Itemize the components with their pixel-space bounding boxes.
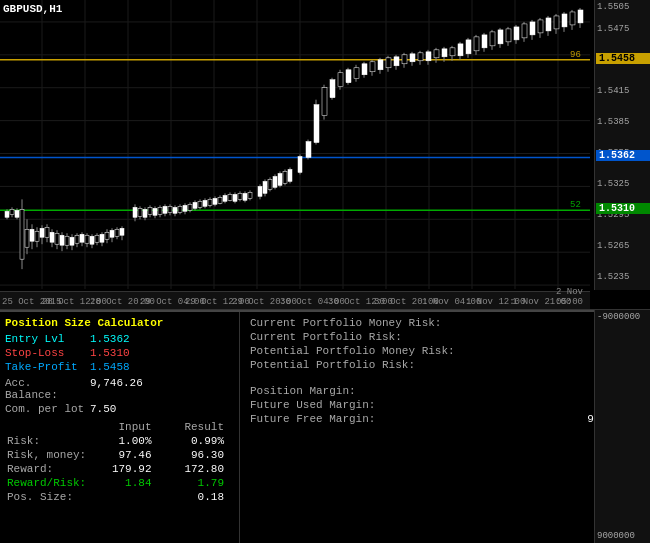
svg-rect-103 [203,200,207,206]
svg-rect-109 [218,197,222,203]
svg-rect-163 [402,55,407,64]
rr-result: 1.79 [162,477,233,489]
svg-rect-141 [314,105,319,143]
rr-row: Reward/Risk: 1.84 1.79 [7,477,232,489]
svg-rect-27 [5,211,9,217]
svg-rect-201 [554,16,559,29]
svg-rect-115 [233,194,237,201]
curr-risk-row: Current Portfolio Risk: 0.00% [250,331,640,343]
sl-label: Stop-Loss [5,347,90,359]
lot-row: Com. per lot 7.50 [5,403,234,415]
svg-rect-105 [208,199,212,205]
svg-rect-185 [490,32,495,46]
tp-price-badge: 1.5458 [596,53,650,64]
price-1538: 1.5385 [597,117,649,127]
sl-row: Stop-Loss 1.5310 [5,347,234,359]
svg-rect-37 [30,229,34,241]
svg-rect-125 [263,181,267,193]
panel-price-scale: -9000000 9000000 [594,310,650,543]
svg-rect-123 [258,186,262,196]
price-1541: 1.5415 [597,86,649,96]
svg-rect-55 [75,235,79,243]
svg-rect-81 [148,207,152,214]
entry-row: Entry Lvl 1.5362 [5,333,234,345]
tp-value: 1.5458 [90,361,130,373]
pot-risk-label: Potential Portfolio Risk: [250,359,415,371]
svg-rect-131 [278,173,282,185]
svg-rect-197 [538,20,543,33]
price-1532: 1.5325 [597,179,649,189]
svg-rect-149 [346,70,351,83]
lot-label: Com. per lot [5,403,90,415]
svg-rect-41 [40,228,44,237]
price-scale: 1.5505 1.5475 1.5445 1.5415 1.5385 1.535… [594,0,650,290]
svg-rect-153 [362,64,367,75]
svg-rect-183 [482,35,487,48]
svg-rect-147 [338,73,343,87]
svg-rect-91 [173,207,177,213]
svg-rect-49 [60,235,64,245]
svg-rect-35 [25,229,29,247]
pot-money-risk-label: Potential Portfolio Money Risk: [250,345,455,357]
svg-rect-119 [243,193,247,200]
svg-rect-113 [228,194,232,200]
svg-rect-33 [20,209,24,259]
svg-rect-79 [143,209,147,217]
svg-rect-51 [65,236,69,245]
svg-rect-121 [248,192,252,198]
col-input-header: Input [89,421,160,433]
svg-rect-177 [458,44,463,56]
ir-table: Input Result Risk: 1.00% 0.99% Risk, mon… [5,419,234,505]
svg-rect-173 [442,49,447,57]
entry-label: Entry Lvl [5,333,90,345]
risk-money-result: 96.30 [162,449,233,461]
rr-input: 1.84 [89,477,160,489]
svg-rect-145 [330,80,335,98]
svg-rect-75 [133,207,137,217]
risk-row: Risk: 1.00% 0.99% [7,435,232,447]
svg-rect-45 [50,232,54,242]
reward-input: 179.92 [89,463,160,475]
col-result-header: Result [162,421,233,433]
svg-rect-85 [158,207,162,214]
curr-money-risk-label: Current Portfolio Money Risk: [250,317,441,329]
svg-rect-63 [95,235,99,242]
svg-rect-207 [578,10,583,23]
risk-money-label: Risk, money: [7,449,87,461]
candlestick-chart: 96 52 [0,0,590,309]
svg-rect-169 [426,52,431,61]
balance-label: Acc. Balance: [5,377,90,401]
risk-input: 1.00% [89,435,160,447]
svg-rect-117 [238,193,242,199]
chart-area: GBPUSD,H1 [0,0,650,310]
svg-rect-69 [110,230,114,237]
svg-rect-47 [55,233,59,244]
pos-size-label: Pos. Size: [7,491,87,503]
svg-rect-165 [410,54,415,62]
svg-rect-137 [298,156,302,172]
svg-rect-193 [522,24,527,38]
panel-left: Position Size Calculator Entry Lvl 1.536… [0,312,240,543]
panel-right: Current Portfolio Money Risk: 0.00 Curre… [240,312,650,543]
lot-value: 7.50 [90,403,116,415]
curr-money-risk-row: Current Portfolio Money Risk: 0.00 [250,317,640,329]
rr-label: Reward/Risk: [7,477,87,489]
svg-rect-127 [268,179,272,189]
svg-rect-111 [223,195,227,201]
entry-value: 1.5362 [90,333,130,345]
price-1523: 1.5235 [597,272,649,282]
svg-rect-189 [506,29,511,42]
svg-rect-87 [163,206,167,213]
price-1505: 1.5505 [597,2,649,12]
svg-rect-161 [394,57,399,66]
tp-label: Take-Profit [5,361,90,373]
pos-size-row: Pos. Size: 0.18 [7,491,232,503]
svg-rect-171 [434,50,439,58]
svg-rect-43 [45,227,49,237]
balance-value: 9,746.26 [90,377,143,401]
price-1547: 1.5475 [597,24,649,34]
risk-money-row: Risk, money: 97.46 96.30 [7,449,232,461]
svg-rect-187 [498,30,503,44]
svg-rect-155 [370,62,375,72]
svg-text:96: 96 [570,50,581,60]
